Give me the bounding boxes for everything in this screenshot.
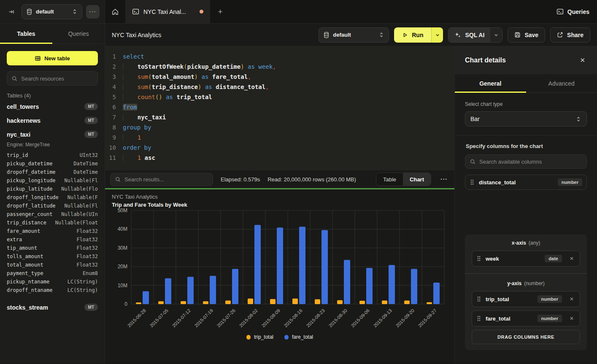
y-axis-title: y-axis(number) xyxy=(472,280,580,286)
run-options-button[interactable] xyxy=(431,27,443,43)
resource-search-input[interactable] xyxy=(21,75,93,82)
x-axis-label: x-axis xyxy=(512,240,526,246)
page-title: NYC Taxi Analytics xyxy=(112,32,161,38)
close-icon[interactable]: ✕ xyxy=(578,55,587,66)
query-database-selector[interactable]: default xyxy=(319,27,389,43)
table-name: nyc_taxi xyxy=(7,131,30,138)
code-line[interactable]: 9 1 xyxy=(105,132,454,143)
sql-ai-options-button[interactable] xyxy=(490,28,502,42)
column-type: Nullable(Fl xyxy=(65,202,98,210)
column-type: Float32 xyxy=(76,252,98,261)
new-table-label: New table xyxy=(44,55,70,62)
token: distance_total xyxy=(216,84,265,90)
column-row: passenger_countNullable(UIn xyxy=(7,210,98,218)
code-line[interactable]: 6from xyxy=(105,102,454,112)
token: pickup_datetime xyxy=(187,63,240,70)
code-line[interactable]: 4 sum(trip_distance) as distance_total, xyxy=(105,82,454,92)
code-line[interactable]: 8group by xyxy=(105,122,454,132)
engine-badge: MT xyxy=(84,131,98,138)
save-button[interactable]: Save xyxy=(508,27,545,43)
queries-button[interactable]: Queries xyxy=(549,0,597,23)
remove-chip-icon[interactable]: ✕ xyxy=(568,255,575,262)
chip-type-badge: number xyxy=(558,178,582,186)
share-button[interactable]: Share xyxy=(550,27,590,43)
table-item-nyc_taxi[interactable]: nyc_taxiMT xyxy=(7,127,98,141)
token xyxy=(162,94,166,100)
tab-home[interactable] xyxy=(105,0,125,23)
panel-spacer xyxy=(465,190,587,235)
new-tab-button[interactable]: + xyxy=(210,0,230,23)
chart-type-select[interactable]: Bar xyxy=(465,111,587,127)
legend-item-fare_total[interactable]: fare_total xyxy=(284,334,313,340)
column-row: dropoff_longitudeNullable(F xyxy=(7,193,98,202)
results-more-button[interactable]: ··· xyxy=(439,176,449,183)
bar-trip_total xyxy=(158,301,164,304)
column-chip-distance_total[interactable]: distance_totalnumber xyxy=(465,175,587,190)
sidebar-tab-queries[interactable]: Queries xyxy=(52,24,105,43)
chart-area: NYC Taxi Analytics Trip and Fare Totals … xyxy=(105,189,454,364)
tab-nyc-taxi-analytics[interactable]: NYC Taxi Anal... xyxy=(125,0,210,23)
token: group by xyxy=(123,124,151,131)
legend-item-trip_total[interactable]: trip_total xyxy=(246,334,273,340)
columns-search-input[interactable] xyxy=(479,159,582,165)
results-search[interactable] xyxy=(110,173,213,186)
remove-chip-icon[interactable]: ✕ xyxy=(568,295,575,303)
sidebar-more-button[interactable]: ··· xyxy=(86,5,100,19)
code-text: select xyxy=(123,51,144,62)
table-grid-icon xyxy=(35,55,41,62)
column-chip-week[interactable]: weekdate✕ xyxy=(472,251,580,267)
chart-type-value: Bar xyxy=(470,116,480,122)
legend-label: fare_total xyxy=(292,334,313,340)
chevron-down-icon xyxy=(435,32,440,38)
token: order by xyxy=(123,144,151,151)
token: select xyxy=(123,53,144,60)
sql-editor[interactable]: 1select2 toStartOfWeek(pickup_datetime) … xyxy=(105,46,454,170)
sql-ai-button[interactable]: SQL AI xyxy=(448,28,490,42)
table-item-cell_towers[interactable]: cell_towersMT xyxy=(7,100,98,113)
code-line[interactable]: 2 toStartOfWeek(pickup_datetime) as week… xyxy=(105,62,454,72)
column-name: pickup_longitude xyxy=(7,176,56,185)
column-name: trip_id xyxy=(7,151,28,159)
collapse-sidebar-icon xyxy=(8,8,15,15)
code-line[interactable]: 7 nyc_taxi xyxy=(105,112,454,122)
bar-fare_total xyxy=(210,276,216,304)
code-line[interactable]: 5 count() as trip_total xyxy=(105,92,454,102)
column-chip-trip_total[interactable]: trip_totalnumber✕ xyxy=(472,291,580,307)
code-line[interactable]: 10order by xyxy=(105,143,454,153)
remove-chip-icon[interactable]: ✕ xyxy=(568,315,575,322)
main-area: NYC Taxi Analytics default Run SQL xyxy=(105,24,597,364)
chip-name: week xyxy=(486,256,499,262)
panel-tab-general[interactable]: General xyxy=(455,74,526,92)
table-item-hackernews[interactable]: hackernewsMT xyxy=(7,113,98,127)
column-chip-fare_total[interactable]: fare_totalnumber✕ xyxy=(472,310,580,326)
trip_total-legend-dot xyxy=(246,335,251,340)
new-table-button[interactable]: New table xyxy=(7,51,98,65)
column-type: Float32 xyxy=(76,261,98,269)
save-icon xyxy=(514,32,521,38)
panel-tab-advanced[interactable]: Advanced xyxy=(526,74,597,92)
column-type: UInt32 xyxy=(80,151,98,159)
resource-search[interactable] xyxy=(7,71,98,86)
collapse-sidebar-button[interactable] xyxy=(5,5,18,18)
x-tick-label: 2015-08-02 xyxy=(238,308,259,328)
token xyxy=(141,154,144,161)
view-toggle-table[interactable]: Table xyxy=(376,173,403,186)
drop-zone[interactable]: DRAG COLUMNS HERE xyxy=(472,330,580,344)
view-toggle-chart[interactable]: Chart xyxy=(403,173,431,186)
query-terminal-icon xyxy=(132,8,139,15)
sidebar-tab-tables[interactable]: Tables xyxy=(0,24,52,43)
code-line[interactable]: 3 sum(total_amount) as fare_total, xyxy=(105,72,454,82)
editor-column: 1select2 toStartOfWeek(pickup_datetime) … xyxy=(105,46,454,364)
table-item-stocks_stream[interactable]: stocks_streamMT xyxy=(7,300,98,314)
code-line[interactable]: 11 1 asc xyxy=(105,153,454,163)
bar-fare_total xyxy=(187,277,194,304)
database-selector[interactable]: default xyxy=(22,4,82,19)
axes-divider xyxy=(465,273,587,274)
bar-fare_total xyxy=(254,225,261,304)
run-button[interactable]: Run xyxy=(394,27,431,43)
code-line[interactable]: 1select xyxy=(105,51,454,62)
sidebar-tabs: Tables Queries xyxy=(0,24,105,44)
bar-trip_total xyxy=(248,299,253,304)
columns-search[interactable] xyxy=(465,154,587,169)
results-search-input[interactable] xyxy=(124,176,208,183)
